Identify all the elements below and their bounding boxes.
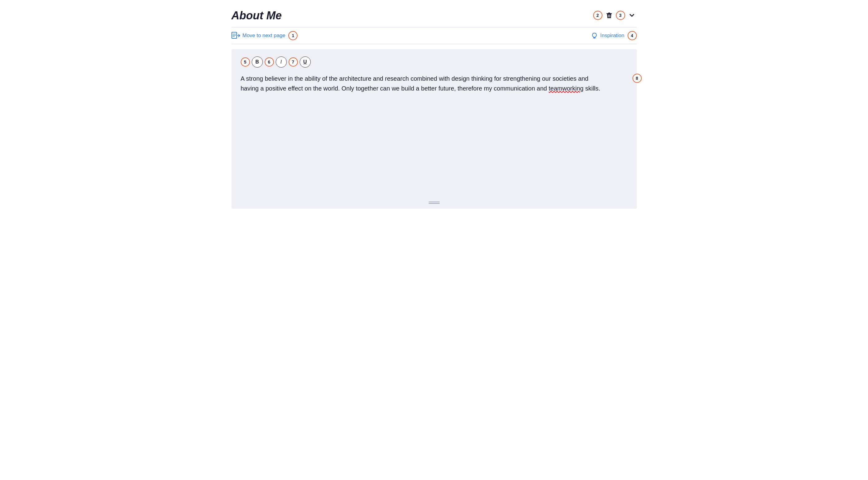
lightbulb-icon: [591, 32, 598, 39]
collapse-button[interactable]: [627, 10, 637, 20]
badge-7: 7: [289, 57, 298, 67]
badge-6: 6: [265, 57, 274, 67]
toolbar-row: Move to next page 1 Inspiration 4: [231, 27, 637, 44]
body-text-before: A strong believer in the ability of the …: [241, 75, 589, 92]
badge-2: 2: [593, 11, 602, 20]
italic-button[interactable]: I: [276, 57, 287, 67]
drag-handle-line-1: [429, 202, 440, 202]
svg-rect-0: [607, 13, 612, 14]
badge-1: 1: [288, 31, 298, 40]
underline-button[interactable]: U: [300, 57, 311, 67]
drag-handle-line-2: [429, 203, 440, 204]
move-to-next-button[interactable]: Move to next page: [231, 32, 285, 39]
badge-3: 3: [616, 11, 625, 20]
chevron-down-icon: [628, 12, 636, 19]
bold-button[interactable]: B: [252, 57, 263, 67]
badge-4: 4: [628, 31, 637, 40]
page-container: About Me 2 3: [219, 0, 649, 218]
format-toolbar: 5 B 6 I 7 U: [241, 57, 628, 67]
toolbar-right: Inspiration 4: [591, 31, 637, 40]
move-page-icon: [231, 32, 240, 39]
svg-rect-1: [608, 12, 610, 13]
section-header: About Me 2 3: [231, 9, 637, 27]
inspiration-button[interactable]: Inspiration: [591, 32, 624, 39]
move-to-next-label: Move to next page: [243, 33, 285, 39]
body-text-after: skills.: [583, 85, 600, 92]
inspiration-label: Inspiration: [600, 33, 624, 39]
body-text-squiggly: teamworking: [549, 85, 583, 92]
section-title: About Me: [231, 9, 282, 22]
drag-handle[interactable]: [429, 202, 440, 204]
body-text: A strong believer in the ability of the …: [241, 74, 608, 93]
badge-5: 5: [241, 57, 250, 67]
content-area: 5 B 6 I 7 U A strong believer in the abi…: [231, 49, 637, 209]
trash-icon: [606, 12, 613, 19]
header-actions: 2 3: [593, 10, 637, 20]
delete-button[interactable]: [604, 10, 614, 20]
badge-8: 8: [632, 74, 642, 83]
toolbar-left: Move to next page 1: [231, 31, 298, 40]
